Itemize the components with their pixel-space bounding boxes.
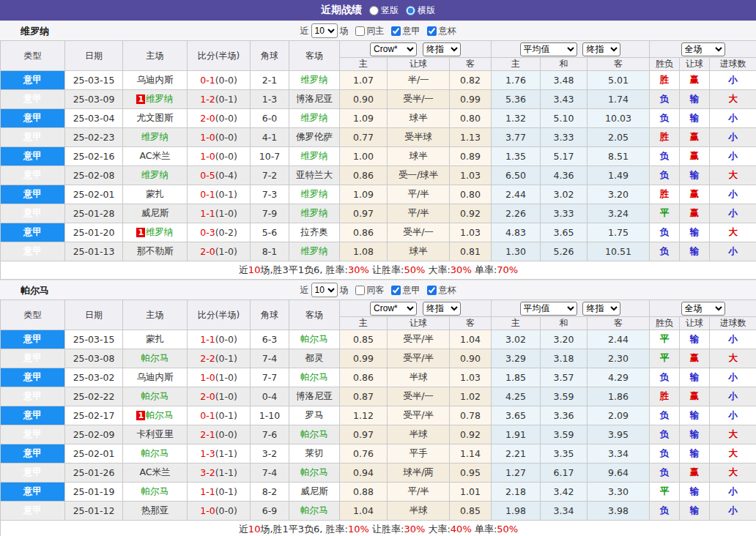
avg-source-select[interactable]: 平均值 bbox=[520, 302, 577, 316]
summary-segment: 近 bbox=[239, 524, 248, 535]
avg-away-cell: 1.75 bbox=[588, 223, 650, 242]
date-cell: 25-02-17 bbox=[65, 406, 123, 425]
league-cell: 意甲 bbox=[1, 349, 65, 368]
col-header-away: 客场 bbox=[289, 300, 340, 330]
result-handicap-cell: 输 bbox=[680, 406, 710, 425]
cup-label: 意杯 bbox=[439, 284, 456, 297]
col-header-score: 比分(半场) bbox=[188, 300, 251, 330]
odds-away-cell: 0.85 bbox=[450, 502, 492, 521]
cup-checkbox[interactable] bbox=[427, 286, 437, 295]
away-team-cell: 亚特兰大 bbox=[289, 166, 340, 185]
vertical-radio[interactable] bbox=[369, 6, 379, 15]
result-handicap-cell: 输 bbox=[680, 425, 710, 444]
avg-home-cell: 1.98 bbox=[492, 502, 541, 521]
col-header-odds-home: 主 bbox=[340, 317, 388, 330]
recent-count-select[interactable]: 10 bbox=[311, 283, 338, 297]
team-name-text: 帕尔马 bbox=[141, 485, 169, 496]
corner-cell: 6-3 bbox=[251, 330, 289, 349]
avg-away-cell: 3.95 bbox=[588, 425, 650, 444]
date-cell: 25-02-16 bbox=[65, 147, 123, 166]
avg-final-select[interactable]: 终指 bbox=[582, 42, 620, 56]
layout-radio-vertical[interactable]: 竖版 bbox=[369, 4, 399, 17]
col-header-date: 日期 bbox=[65, 300, 123, 330]
odds-away-cell: 0.80 bbox=[450, 109, 492, 128]
team-name-text: 维罗纳 bbox=[300, 150, 328, 161]
match-row: 意甲25-02-22帕尔马2-0(1-0)0-4博洛尼亚0.87受半/一1.02… bbox=[1, 387, 756, 406]
odds-final-select[interactable]: 终指 bbox=[423, 302, 461, 316]
date-cell: 25-02-09 bbox=[65, 425, 123, 444]
corner-cell: 1-10 bbox=[251, 406, 289, 425]
layout-radio-horizontal[interactable]: 横版 bbox=[406, 4, 435, 17]
odds-final-select[interactable]: 终指 bbox=[423, 42, 461, 56]
scope-select[interactable]: 全场 bbox=[681, 42, 725, 56]
corner-cell: 7-2 bbox=[251, 166, 289, 185]
odds-away-cell: 0.89 bbox=[450, 147, 492, 166]
avg-draw-cell: 3.02 bbox=[541, 185, 588, 204]
result-handicap-cell: 输 bbox=[680, 166, 710, 185]
match-row: 意甲25-01-19帕尔马1-1(0-1)8-2威尼斯0.88平/半1.012.… bbox=[1, 483, 756, 502]
same-venue-checkbox[interactable] bbox=[355, 26, 365, 36]
odds-source-select[interactable]: Crow* bbox=[370, 42, 417, 56]
recent-count-select[interactable]: 10 bbox=[311, 23, 338, 38]
team-name-text: 维罗纳 bbox=[141, 131, 169, 142]
avg-draw-cell: 3.35 bbox=[541, 444, 588, 464]
match-row: 意甲25-02-16AC米兰1-0(0-0)10-7维罗纳1.00球半0.891… bbox=[1, 147, 756, 166]
date-cell: 25-01-20 bbox=[65, 223, 123, 242]
results-table-verona: 类型 日期 主场 比分(半场) 角球 客场 Crow* 终指 平均值 终指 全场 bbox=[0, 40, 756, 280]
date-cell: 25-02-01 bbox=[65, 185, 123, 204]
score-cell: 0-3(0-2) bbox=[188, 223, 251, 242]
scope-select[interactable]: 全场 bbox=[681, 302, 725, 316]
odds-home-cell: 0.90 bbox=[340, 90, 388, 109]
result-handicap-cell: 赢 bbox=[680, 71, 710, 90]
corner-cell: 0-4 bbox=[251, 387, 289, 406]
result-handicap-cell: 输 bbox=[680, 368, 710, 387]
result-handicap-cell: 输 bbox=[680, 242, 710, 261]
corner-cell: 7-7 bbox=[251, 368, 289, 387]
home-team-cell: 那不勒斯 bbox=[123, 242, 188, 261]
corner-cell: 7-6 bbox=[251, 425, 289, 444]
result-handicap-cell: 赢 bbox=[680, 464, 710, 483]
league-checkbox[interactable] bbox=[391, 286, 401, 295]
odds-home-cell: 1.09 bbox=[340, 185, 388, 204]
col-header-result-wdl: 胜负 bbox=[650, 317, 680, 330]
same-venue-checkbox[interactable] bbox=[355, 286, 365, 295]
match-row: 意甲25-01-13那不勒斯2-0(1-0)8-1维罗纳1.08球半0.811.… bbox=[1, 242, 756, 261]
date-cell: 25-02-23 bbox=[65, 128, 123, 147]
summary-segment: 10 bbox=[248, 264, 261, 275]
avg-draw-cell: 3.34 bbox=[541, 502, 588, 521]
odds-home-cell: 0.85 bbox=[340, 330, 388, 349]
result-wdl-cell: 负 bbox=[650, 242, 680, 261]
avg-away-cell: 8.51 bbox=[588, 147, 650, 166]
result-goals-cell: 小 bbox=[710, 368, 756, 387]
avg-away-cell: 3.34 bbox=[588, 444, 650, 464]
odds-home-cell: 0.88 bbox=[340, 483, 388, 502]
handicap-cell: 半球 bbox=[388, 368, 450, 387]
match-row: 意甲25-02-01帕尔马1-3(1-1)3-2莱切0.76平手1.142.21… bbox=[1, 444, 756, 464]
rank-badge: 1 bbox=[136, 228, 145, 237]
date-cell: 25-02-01 bbox=[65, 444, 123, 464]
cup-checkbox[interactable] bbox=[427, 26, 437, 36]
avg-away-cell: 1.74 bbox=[588, 90, 650, 109]
team-name-text: 维罗纳 bbox=[300, 112, 328, 123]
team-name-text: 帕尔马 bbox=[141, 390, 169, 401]
avg-source-select[interactable]: 平均值 bbox=[520, 42, 577, 56]
team-name-text: 那不勒斯 bbox=[137, 245, 174, 256]
vertical-radio-label: 竖版 bbox=[381, 4, 399, 17]
league-cell: 意甲 bbox=[1, 109, 65, 128]
corner-cell: 5-6 bbox=[251, 223, 289, 242]
odds-source-select[interactable]: Crow* bbox=[370, 302, 417, 316]
odds-away-cell: 1.01 bbox=[450, 483, 492, 502]
date-cell: 25-03-04 bbox=[65, 109, 123, 128]
avg-final-select[interactable]: 终指 bbox=[582, 302, 620, 316]
result-goals-cell: 小 bbox=[710, 71, 756, 90]
avg-home-cell: 1.85 bbox=[492, 368, 541, 387]
score-cell: 0-1(0-1) bbox=[188, 406, 251, 425]
horizontal-radio[interactable] bbox=[406, 6, 415, 15]
team-name-text: 帕尔马 bbox=[300, 371, 328, 382]
summary-segment: 让胜率: bbox=[369, 264, 404, 275]
league-cell: 意甲 bbox=[1, 406, 65, 425]
avg-home-cell: 2.44 bbox=[492, 185, 541, 204]
avg-away-cell: 9.64 bbox=[588, 464, 650, 483]
league-checkbox[interactable] bbox=[391, 26, 401, 36]
odds-home-cell: 0.77 bbox=[340, 128, 388, 147]
